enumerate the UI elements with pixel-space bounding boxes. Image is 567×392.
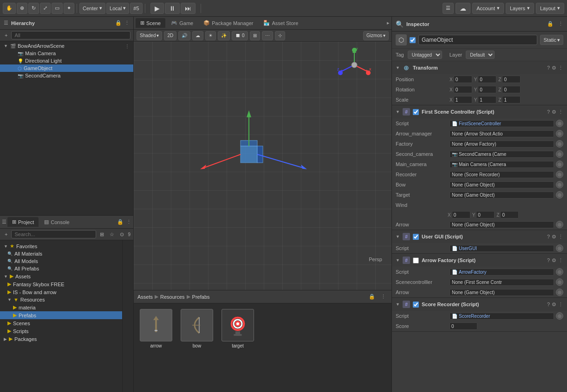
fsc-arrow-circle-btn[interactable]: ◎ [556,221,563,228]
scene-audio-btn[interactable]: 🔊 [178,31,190,40]
cloud-btn[interactable]: ☁ [456,3,470,14]
2d-btn[interactable]: 2D [164,31,176,40]
tab-asset-store[interactable]: 🏪 Asset Store [259,18,303,28]
score-recorder-checkbox[interactable] [413,302,419,308]
user-gui-script-circle-btn[interactable]: ◎ [556,244,563,252]
files-lock-btn[interactable]: 🔒 [367,293,377,301]
fsc-settings-icon[interactable]: ⚙ [552,109,556,115]
rot-y-input[interactable] [478,86,496,93]
inspector-lock-icon[interactable]: 🔒 [547,21,554,27]
tree-item-scripts[interactable]: ▶ Scripts [0,327,122,335]
tab-package-manager[interactable]: 📦 Package Manager [199,18,258,28]
inspector-more-icon[interactable]: ⋮ [558,21,563,27]
user-gui-more-icon[interactable]: ⋮ [558,234,563,240]
wind-x-input[interactable] [452,211,470,218]
arrow-factory-help-icon[interactable]: ? [547,257,550,263]
tree-item-materia[interactable]: ▶ materia [0,303,122,311]
factory-circle-btn[interactable]: ◎ [556,140,563,148]
move-tool-btn[interactable]: ⊕ [17,3,27,14]
file-item-bow[interactable]: bow [178,307,215,388]
hierarchy-item-game-object[interactable]: ⬡ GameObject [0,64,133,72]
hierarchy-item-bow-scene[interactable]: ▼ 🎬 BowAndArrowScene ⋮ [0,42,133,50]
static-btn[interactable]: Static ▾ [540,35,563,45]
tree-item-is-bow[interactable]: ▶ IS - Bow and arrow [0,288,122,296]
arrow-factory-settings-icon[interactable]: ⚙ [552,257,556,263]
tree-item-packages[interactable]: ▶ ▶ Packages [0,335,122,343]
transform-more-icon[interactable]: ⋮ [558,65,563,71]
scale-tool-btn[interactable]: ⤢ [40,3,51,14]
pivot-center-btn[interactable]: Center ▾ [79,3,105,14]
hierarchy-item-second-camera[interactable]: 📷 SecondCamera [0,72,133,79]
layers-btn[interactable]: Layers ▾ [506,3,534,14]
tag-select[interactable]: Untagged [408,51,442,59]
hierarchy-item-dir-light[interactable]: 💡 Directional Light [0,57,133,64]
hierarchy-lock-icon[interactable]: 🔒 [115,20,122,26]
step-btn[interactable]: ⏭ [181,3,196,14]
tree-item-all-materials[interactable]: 🔍 All Materials [0,250,122,257]
transform-help-icon[interactable]: ? [547,65,550,71]
layout-btn[interactable]: Layout ▾ [536,3,564,14]
user-gui-help-icon[interactable]: ? [547,234,550,240]
settings-btn[interactable]: ☰ [443,3,454,14]
file-item-target[interactable]: target [219,307,256,388]
arrow-factory-checkbox[interactable] [413,257,419,263]
target-circle-btn[interactable]: ◎ [556,191,563,199]
rot-z-input[interactable] [502,86,521,93]
more-tabs-btn[interactable]: ▸ [387,20,390,26]
pivot-local-btn[interactable]: Local ▾ [106,3,129,14]
play-btn[interactable]: ▶ [150,3,164,14]
hierarchy-add-btn[interactable]: + [3,32,9,39]
scene-sky-btn[interactable]: ☁ [192,31,203,40]
tree-item-scenes[interactable]: ▶ Scenes [0,319,122,327]
wind-z-input[interactable] [500,211,519,218]
arrow-factory-more-icon[interactable]: ⋮ [558,257,563,263]
second-camera-circle-btn[interactable]: ◎ [556,150,563,158]
score-recorder-header[interactable]: ▼ # Score Recorder (Script) ? ⚙ ⋮ [392,298,567,311]
project-lock-icon[interactable]: 🔒 [117,219,124,225]
file-item-arrow[interactable]: arrow [137,307,175,388]
tree-item-all-prefabs[interactable]: 🔍 All Prefabs [0,265,122,272]
hierarchy-more-icon[interactable]: ⋮ [124,20,130,26]
gizmos-btn[interactable]: Gizmos ▾ [363,31,389,40]
user-gui-header[interactable]: ▼ # User GUI (Script) ? ⚙ ⋮ [392,230,567,243]
score-recorder-more-icon[interactable]: ⋮ [558,302,563,308]
tree-item-resources[interactable]: ▼ ▼ Resources [0,296,122,303]
project-more-icon[interactable]: ⋮ [126,219,131,225]
pos-y-input[interactable] [478,76,496,83]
scale-z-input[interactable] [502,96,521,103]
fsc-checkbox[interactable] [413,109,419,115]
breadcrumb-resources[interactable]: Resources [160,294,185,300]
files-more-btn[interactable]: ⋮ [379,293,388,301]
tree-item-favorites[interactable]: ▼ ★ Favorites [0,242,122,250]
bow-circle-btn[interactable]: ◎ [556,181,563,188]
layer-select[interactable]: Default [466,51,495,59]
tree-item-fantasy-skybox[interactable]: ▶ Fantasy Skybox FREE [0,280,122,288]
tab-project[interactable]: ⊞ Project [7,217,39,227]
pause-btn[interactable]: ⏸ [165,3,180,14]
pos-z-input[interactable] [502,76,521,83]
user-gui-settings-icon[interactable]: ⚙ [552,234,556,240]
recorder-circle-btn[interactable]: ◎ [556,171,563,178]
af-script-circle-btn[interactable]: ◎ [556,268,563,276]
scene-viewport[interactable]: y z x Persp [134,42,391,290]
transform-settings-icon[interactable]: ⚙ [552,65,556,71]
pos-x-input[interactable] [454,76,472,83]
sr-script-circle-btn[interactable]: ◎ [556,312,563,320]
breadcrumb-assets[interactable]: Assets [137,294,153,300]
scale-y-input[interactable] [478,96,496,103]
score-recorder-settings-icon[interactable]: ⚙ [552,302,556,308]
rotate-tool-btn[interactable]: ↻ [28,3,39,14]
tree-item-all-models[interactable]: 🔍 All Models [0,257,122,265]
scene-move-btn[interactable]: ⊹ [275,31,285,40]
project-filter-btn[interactable]: ⊙ [118,231,126,238]
project-star-btn[interactable]: ☆ [108,231,116,238]
user-gui-checkbox[interactable] [413,234,419,240]
scene-grid-btn[interactable]: ⊞ [250,31,260,40]
fsc-help-icon[interactable]: ? [547,109,550,115]
arrow-manager-circle-btn[interactable]: ◎ [556,130,563,137]
project-view-btn[interactable]: ⊞ [98,231,106,238]
transform-header[interactable]: ▼ ⊕ Transform ? ⚙ ⋮ [392,61,567,74]
af-scenecontroller-circle-btn[interactable]: ◎ [556,278,563,286]
obj-active-checkbox[interactable] [410,37,416,43]
tab-console[interactable]: ▤ Console [39,217,74,227]
